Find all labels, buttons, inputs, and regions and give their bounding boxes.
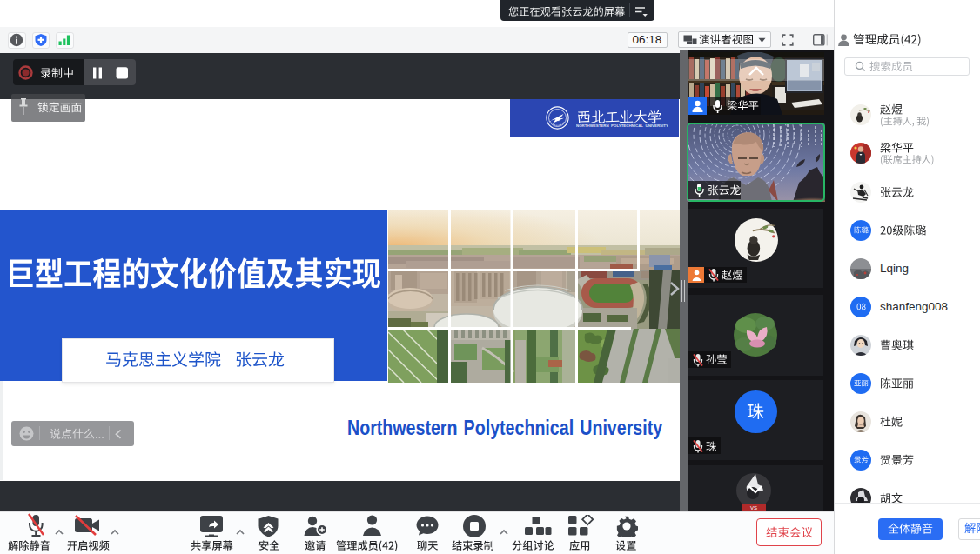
svg-text:VS: VS	[750, 505, 757, 511]
